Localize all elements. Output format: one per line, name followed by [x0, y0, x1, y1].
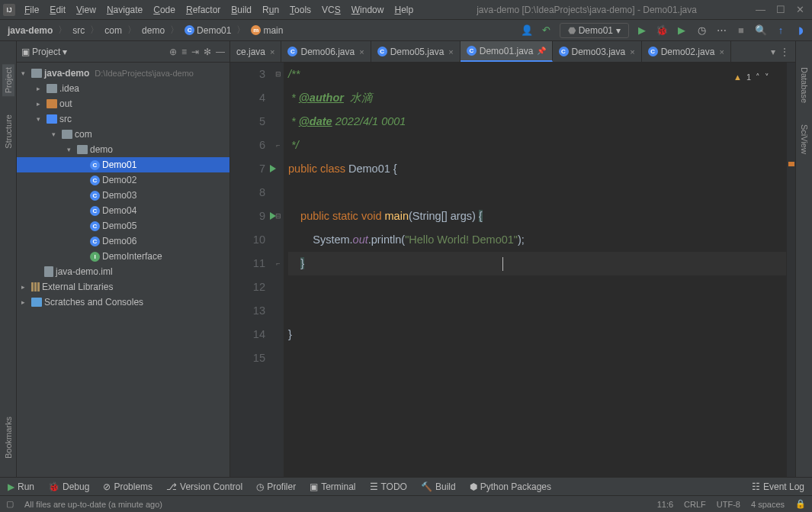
breadcrumb-project[interactable]: java-demo [5, 24, 56, 37]
line-number[interactable]: 10 [230, 228, 265, 252]
breadcrumb-com[interactable]: com [101, 24, 125, 37]
close-icon[interactable]: ✕ [796, 4, 804, 15]
close-tab-icon[interactable]: × [630, 47, 634, 56]
tab-demo03[interactable]: CDemo03.java× [553, 41, 642, 62]
file-encoding[interactable]: UTF-8 [717, 500, 740, 509]
coverage-icon[interactable]: ▶ [675, 24, 688, 37]
fold-end-icon[interactable]: ⌐ [273, 252, 284, 275]
close-tab-icon[interactable]: × [359, 47, 364, 56]
pin-icon[interactable]: 📌 [537, 47, 546, 55]
tree-idea[interactable]: ▸.idea [17, 81, 229, 96]
select-opened-file-icon[interactable]: ⊕ [169, 47, 177, 57]
menu-navigate[interactable]: Navigate [102, 3, 147, 17]
breadcrumb-src[interactable]: src [69, 24, 88, 37]
sidebar-title[interactable]: ▣ Project ▾ [21, 47, 67, 57]
version-control-tool-tab[interactable]: ⎇Version Control [166, 481, 242, 492]
sync-icon[interactable]: ↑ [774, 24, 788, 37]
tabs-more-icon[interactable]: ⋮ [780, 47, 789, 57]
tab-demo05[interactable]: CDemo05.java× [371, 41, 461, 62]
terminal-tool-tab[interactable]: ▣Terminal [310, 481, 355, 492]
next-issue-icon[interactable]: ˅ [765, 66, 769, 89]
tree-scratches[interactable]: ▸Scratches and Consoles [17, 295, 229, 310]
menu-code[interactable]: Code [149, 3, 180, 17]
tree-com[interactable]: ▾com [17, 127, 229, 142]
line-number[interactable]: 3 [230, 63, 265, 86]
menu-view[interactable]: View [72, 3, 101, 17]
attach-icon[interactable]: ⋯ [714, 24, 728, 37]
run-config-dropdown[interactable]: ⬣ Demo01 ▾ [560, 23, 629, 38]
collapse-all-icon[interactable]: ⇥ [191, 47, 199, 57]
search-icon[interactable]: 🔍 [754, 24, 768, 37]
indent-setting[interactable]: 4 spaces [751, 500, 785, 509]
line-number[interactable]: 14 [230, 323, 265, 346]
problems-tool-tab[interactable]: ⊘Problems [103, 481, 152, 492]
stop-icon[interactable]: ■ [734, 24, 748, 37]
menu-help[interactable]: Help [390, 3, 418, 17]
tool-window-quick-icon[interactable]: ▢ [6, 499, 14, 509]
tab-demo06[interactable]: CDemo06.java× [281, 41, 371, 62]
debug-tool-tab[interactable]: 🐞Debug [48, 481, 89, 492]
add-user-icon[interactable]: 👤 [520, 24, 534, 37]
tree-file-demo05[interactable]: CDemo05 [17, 218, 229, 233]
project-tool-tab[interactable]: Project [2, 64, 14, 96]
menu-refactor[interactable]: Refactor [181, 3, 225, 17]
menu-vcs[interactable]: VCS [317, 3, 345, 17]
menu-run[interactable]: Run [258, 3, 284, 17]
editor-status-widget[interactable]: ▲1˄˅ [733, 66, 769, 89]
caret-position[interactable]: 11:6 [657, 500, 673, 509]
profiler-tool-tab[interactable]: ◷Profiler [256, 481, 296, 492]
line-number[interactable]: 5 [230, 110, 265, 134]
tabs-dropdown-icon[interactable]: ▾ [771, 47, 775, 57]
tree-file-demo02[interactable]: CDemo02 [17, 172, 229, 188]
breadcrumb-method[interactable]: mmain [248, 24, 286, 37]
line-number[interactable]: 6 [230, 134, 265, 157]
tree-file-demo04[interactable]: CDemo04 [17, 203, 229, 218]
sciview-tool-tab[interactable]: SciView [798, 121, 810, 157]
code-editor[interactable]: 3 4 5 6 7 8 9 10 11 12 13 14 15 ⊟ ⌐ ⊟ [230, 63, 795, 477]
warning-marker[interactable] [788, 162, 794, 166]
build-tool-tab[interactable]: 🔨Build [421, 481, 456, 492]
tree-src[interactable]: ▾src [17, 111, 229, 127]
line-number[interactable]: 7 [230, 157, 265, 181]
bookmarks-tool-tab[interactable]: Bookmarks [2, 414, 14, 462]
minimize-icon[interactable]: — [756, 4, 765, 15]
line-separator[interactable]: CRLF [684, 500, 706, 509]
line-number[interactable]: 4 [230, 86, 265, 110]
line-number[interactable]: 12 [230, 275, 265, 299]
structure-tool-tab[interactable]: Structure [2, 111, 14, 152]
run-gutter-icon[interactable] [270, 212, 276, 220]
close-tab-icon[interactable]: × [719, 47, 724, 56]
tree-root[interactable]: ▾java-demoD:\IdeaProjects\java-demo [17, 66, 229, 81]
code-content[interactable]: ▲1˄˅ /** * @author 水滴 * @date 2022/4/1 0… [284, 63, 786, 477]
breadcrumb-class[interactable]: CDemo01 [181, 24, 234, 37]
hide-icon[interactable]: — [216, 47, 225, 57]
python-packages-tool-tab[interactable]: ⬢Python Packages [470, 481, 551, 492]
tree-out[interactable]: ▸out [17, 96, 229, 111]
todo-tool-tab[interactable]: ☰TODO [370, 481, 407, 492]
tree-file-demo06[interactable]: CDemo06 [17, 233, 229, 249]
run-gutter-icon[interactable] [270, 165, 276, 172]
profile-icon[interactable]: ◷ [695, 24, 708, 37]
maximize-icon[interactable]: ☐ [776, 4, 785, 15]
database-tool-tab[interactable]: Database [798, 64, 810, 106]
line-number[interactable]: 15 [230, 346, 265, 370]
tab-cejava[interactable]: ce.java× [230, 41, 281, 62]
tab-demo01[interactable]: CDemo01.java📌 [461, 41, 553, 62]
readonly-lock-icon[interactable]: 🔒 [795, 499, 806, 509]
tab-demo02[interactable]: CDemo02.java× [642, 41, 731, 62]
debug-icon[interactable]: 🐞 [655, 24, 669, 37]
expand-all-icon[interactable]: ≡ [181, 47, 187, 57]
close-tab-icon[interactable]: × [448, 47, 453, 56]
fold-toggle-icon[interactable]: ⊟ [273, 63, 284, 86]
close-tab-icon[interactable]: × [270, 47, 274, 56]
tree-file-demo03[interactable]: CDemo03 [17, 188, 229, 203]
breadcrumb-demo[interactable]: demo [139, 24, 168, 37]
menu-build[interactable]: Build [226, 3, 256, 17]
tree-external-libs[interactable]: ▸External Libraries [17, 279, 229, 295]
back-arrow-icon[interactable]: ↶ [540, 24, 554, 37]
run-icon[interactable]: ▶ [635, 24, 649, 37]
ide-features-icon[interactable]: ◗ [794, 24, 807, 37]
menu-window[interactable]: Window [347, 3, 389, 17]
menu-edit[interactable]: Edit [45, 3, 70, 17]
menu-file[interactable]: File [20, 3, 43, 17]
